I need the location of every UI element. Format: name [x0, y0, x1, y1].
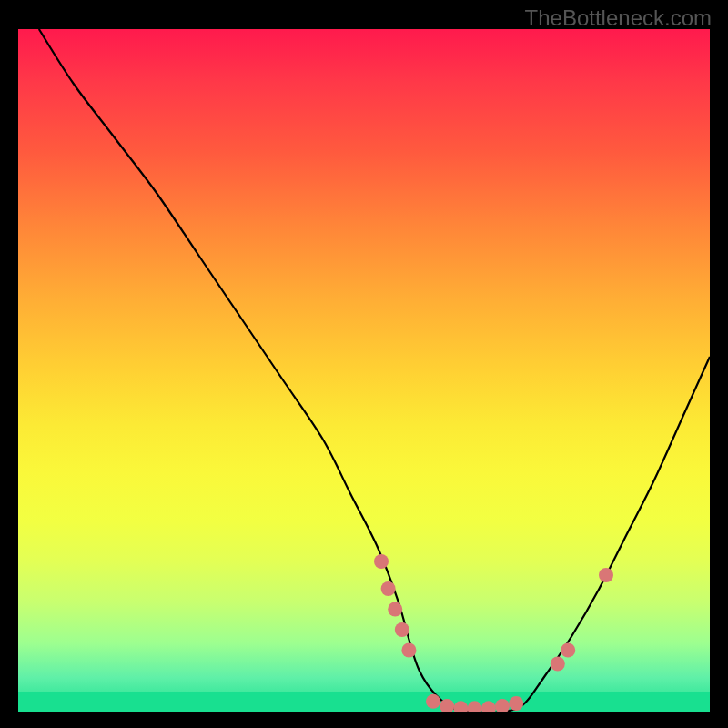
data-point [551, 657, 565, 672]
data-point [561, 643, 575, 658]
data-point [495, 699, 510, 712]
plot-area [18, 29, 710, 712]
data-point [426, 694, 440, 709]
data-point [509, 696, 523, 711]
data-point [481, 701, 496, 712]
bottleneck-curve [39, 29, 710, 712]
data-point [401, 643, 416, 658]
data-point [468, 701, 482, 712]
chart-svg [18, 29, 710, 712]
data-point [381, 581, 396, 596]
data-points-group [374, 554, 613, 712]
data-point [395, 622, 410, 637]
data-point [453, 701, 468, 712]
data-point [599, 568, 613, 582]
data-point [388, 602, 402, 617]
watermark-text: TheBottleneck.com [525, 5, 712, 31]
data-point [374, 554, 389, 569]
